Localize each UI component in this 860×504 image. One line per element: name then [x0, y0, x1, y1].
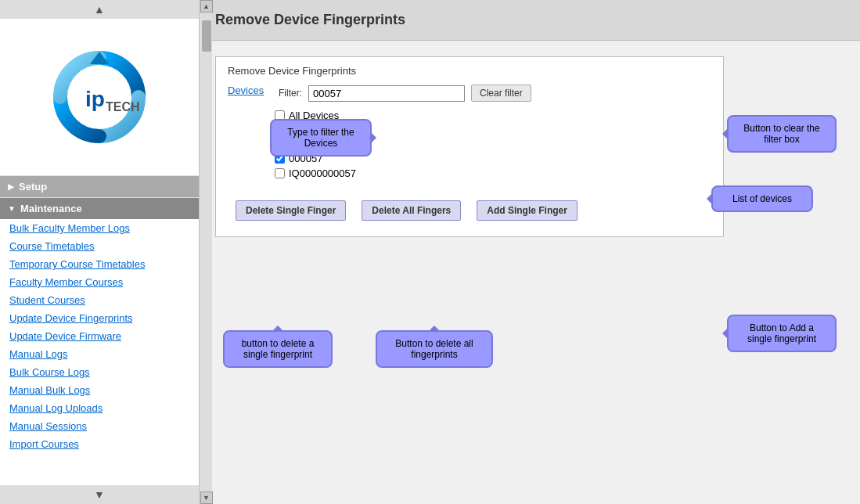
sidebar: ▲	[0, 0, 200, 504]
action-buttons: Delete Single Finger Delete All Fingers …	[236, 200, 711, 221]
clear-filter-button[interactable]: Clear filter	[471, 85, 531, 102]
clear-filter-tooltip-text: Button to clear the filter box	[743, 123, 819, 145]
devices-list: All Devices 00000057 000057 IQ0000000057	[275, 108, 711, 181]
sidebar-item-manual-log-uploads[interactable]: Manual Log Uploads	[0, 399, 199, 417]
page-title: Remove Device Fingerprints	[215, 12, 405, 27]
setup-label: Setup	[19, 181, 47, 193]
delete-single-tooltip-text: button to delete a single fingerprint	[242, 338, 315, 360]
scroll-up-button[interactable]: ▲	[0, 0, 199, 19]
maintenance-links: Bulk Faculty Member Logs Course Timetabl…	[0, 219, 199, 453]
sidebar-item-bulk-course-logs[interactable]: Bulk Course Logs	[0, 363, 199, 381]
list-item: 00000057	[275, 136, 711, 151]
filter-area: Filter: Clear filter	[279, 85, 711, 102]
delete-all-tooltip-text: Button to delete all fingerprints	[395, 338, 473, 360]
setup-header[interactable]: ▶ Setup	[0, 176, 199, 197]
svg-text:TECH: TECH	[106, 100, 140, 113]
device-label-iq: IQ0000000057	[289, 167, 356, 179]
logo-area: ip TECH	[0, 19, 199, 175]
scroll-down-button[interactable]: ▼	[0, 485, 199, 504]
maintenance-header[interactable]: ▼ Maintenance	[0, 198, 199, 219]
form-panel: Remove Device Fingerprints Devices Filte…	[215, 56, 724, 237]
devices-list-tooltip-text: List of devices	[732, 193, 792, 204]
sidebar-item-faculty-courses[interactable]: Faculty Member Courses	[0, 273, 199, 291]
device-checkbox-blank[interactable]	[275, 124, 285, 135]
add-single-tooltip: Button to Add a single fingerprint	[727, 315, 837, 352]
setup-arrow-icon: ▶	[8, 182, 14, 191]
add-single-button[interactable]: Add Single Finger	[477, 200, 578, 221]
list-item: IQ0000000057	[275, 166, 711, 181]
list-item	[275, 123, 711, 136]
sidebar-item-manual-sessions[interactable]: Manual Sessions	[0, 417, 199, 435]
clear-filter-tooltip: Button to clear the filter box	[727, 115, 837, 153]
device-label-all: All Devices	[289, 110, 339, 121]
logo-icon: ip TECH	[52, 50, 146, 144]
page-header: Remove Device Fingerprints	[200, 0, 860, 41]
setup-group: ▶ Setup	[0, 175, 199, 197]
sidebar-item-student-courses[interactable]: Student Courses	[0, 291, 199, 309]
filter-input[interactable]	[308, 85, 465, 102]
delete-single-tooltip: button to delete a single fingerprint	[223, 330, 333, 368]
sidebar-item-course-timetables[interactable]: Course Timetables	[0, 237, 199, 255]
filter-label: Filter:	[279, 88, 302, 99]
list-item: 000057	[275, 151, 711, 166]
sidebar-wrapper: ▲	[0, 0, 200, 504]
device-checkbox-iq[interactable]	[275, 168, 285, 178]
devices-list-tooltip: List of devices	[711, 185, 813, 212]
device-label-000057: 000057	[289, 153, 322, 164]
sidebar-item-update-firmware[interactable]: Update Device Firmware	[0, 327, 199, 345]
svg-text:ip: ip	[85, 87, 105, 111]
sidebar-item-manual-bulk-logs[interactable]: Manual Bulk Logs	[0, 381, 199, 399]
main-content: Remove Device Fingerprints Remove Device…	[200, 0, 860, 504]
list-item: All Devices	[275, 108, 711, 123]
sidebar-item-bulk-faculty[interactable]: Bulk Faculty Member Logs	[0, 219, 199, 237]
delete-all-tooltip: Button to delete all fingerprints	[376, 330, 493, 368]
devices-label[interactable]: Devices	[228, 85, 271, 96]
form-panel-title: Remove Device Fingerprints	[228, 65, 711, 77]
device-checkbox-00000057[interactable]	[275, 139, 285, 149]
delete-all-button[interactable]: Delete All Fingers	[362, 200, 461, 221]
devices-row: Devices Filter: Clear filter	[228, 85, 711, 102]
maintenance-arrow-icon: ▼	[8, 204, 16, 213]
sidebar-item-update-fingerprints[interactable]: Update Device Fingerprints	[0, 309, 199, 327]
maintenance-group: ▼ Maintenance Bulk Faculty Member Logs C…	[0, 197, 199, 453]
page-body: Remove Device Fingerprints Devices Filte…	[200, 41, 860, 504]
device-checkbox-all[interactable]	[275, 110, 285, 121]
add-single-tooltip-text: Button to Add a single fingerprint	[747, 322, 816, 344]
sidebar-item-temp-timetables[interactable]: Temporary Course Timetables	[0, 255, 199, 273]
sidebar-item-manual-logs[interactable]: Manual Logs	[0, 345, 199, 363]
sidebar-item-import-courses[interactable]: Import Courses	[0, 435, 199, 453]
maintenance-label: Maintenance	[20, 203, 82, 214]
scrollbar-up-btn[interactable]: ▲	[200, 0, 213, 13]
device-label-00000057: 00000057	[289, 138, 334, 149]
delete-single-button[interactable]: Delete Single Finger	[236, 200, 346, 221]
device-checkbox-000057[interactable]	[275, 153, 285, 164]
